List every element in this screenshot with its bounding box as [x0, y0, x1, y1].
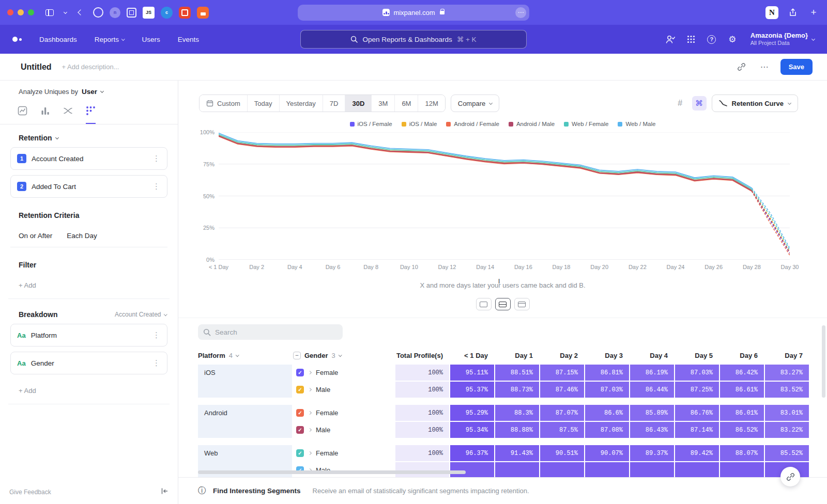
legend-item[interactable]: Web / Male	[618, 121, 655, 127]
retention-cell[interactable]: 91.43%	[495, 445, 539, 461]
table-search[interactable]	[198, 324, 343, 340]
retention-cell[interactable]: 86.42%	[720, 365, 764, 381]
gender-cell[interactable]: ✓Female	[293, 365, 394, 381]
share-icon[interactable]	[787, 6, 799, 19]
retention-cell[interactable]: 87.03%	[585, 382, 629, 398]
segment-checkbox[interactable]: ✓	[296, 369, 304, 376]
date-range-today[interactable]: Today	[248, 95, 280, 112]
retention-cell[interactable]: 86.61%	[720, 382, 764, 398]
retention-cell[interactable]: 88.73%	[495, 382, 539, 398]
retention-cell[interactable]: 88.3%	[495, 405, 539, 421]
zoom-window-button[interactable]	[28, 9, 34, 15]
retention-cell[interactable]: 83.27%	[765, 365, 809, 381]
segment-checkbox[interactable]: ✓	[296, 426, 304, 434]
breakdown-scope-dropdown[interactable]: Account Created	[115, 311, 166, 318]
column-header[interactable]: Day 7	[765, 352, 809, 359]
retention-cell[interactable]: 87.15%	[540, 365, 584, 381]
retention-cell[interactable]: 86.44%	[630, 382, 674, 398]
retention-cell[interactable]: 83.52%	[765, 382, 809, 398]
browser-sidebar-toggle[interactable]	[43, 6, 56, 19]
gender-cell[interactable]: ✓Female	[293, 445, 394, 461]
timer-icon[interactable]	[93, 7, 103, 18]
column-header[interactable]: Day 1	[495, 352, 539, 359]
retention-cell[interactable]: 87.5%	[540, 422, 584, 438]
column-header[interactable]: Day 5	[675, 352, 719, 359]
retention-cell[interactable]: 88.51%	[495, 365, 539, 381]
command-toggle[interactable]: ⌘	[692, 96, 707, 111]
retention-cell[interactable]: 88.88%	[495, 422, 539, 438]
copilot-icon[interactable]: c	[161, 7, 173, 19]
retention-cell[interactable]: 87.07%	[540, 405, 584, 421]
retention-cell[interactable]	[540, 462, 584, 477]
retention-cell[interactable]: 90.07%	[585, 445, 629, 461]
retention-cell[interactable]: 86.76%	[675, 405, 719, 421]
retention-cell[interactable]: 96.37%	[450, 445, 494, 461]
retention-cell[interactable]: 95.11%	[450, 365, 494, 381]
chevron-right-icon[interactable]	[308, 371, 312, 374]
legend-item[interactable]: iOS / Female	[350, 121, 392, 127]
compare-button[interactable]: Compare	[451, 94, 499, 112]
profile-icon[interactable]: n	[110, 7, 120, 18]
retention-cell[interactable]: 83.01%	[765, 405, 809, 421]
collapse-sidebar-icon[interactable]	[161, 487, 169, 497]
retention-section-header[interactable]: Retention	[19, 134, 167, 142]
total-profiles-cell[interactable]	[395, 462, 449, 477]
js-badge-icon[interactable]: JS	[143, 7, 155, 19]
nav-item-reports[interactable]: Reports	[95, 36, 125, 43]
column-header[interactable]: Day 6	[720, 352, 764, 359]
give-feedback-link[interactable]: Give Feedback	[9, 489, 51, 496]
share-link-fab[interactable]	[780, 467, 800, 486]
date-range-12m[interactable]: 12M	[418, 95, 445, 112]
legend-item[interactable]: Android / Female	[446, 121, 499, 127]
retention-cell[interactable]: 87.03%	[675, 365, 719, 381]
legend-item[interactable]: iOS / Male	[402, 121, 437, 127]
add-filter-button[interactable]: + Add	[19, 281, 36, 289]
chevron-right-icon[interactable]	[308, 428, 312, 432]
absolute-numbers-toggle[interactable]: #	[673, 97, 687, 110]
tab-insights[interactable]	[18, 106, 27, 124]
date-range-3m[interactable]: 3M	[372, 95, 395, 112]
retention-cell[interactable]: 85.89%	[630, 405, 674, 421]
segments-title[interactable]: Find Interesting Segments	[213, 487, 301, 495]
retention-cell[interactable]	[495, 462, 539, 477]
legend-item[interactable]: Android / Male	[509, 121, 555, 127]
nav-item-users[interactable]: Users	[142, 36, 160, 43]
criteria-occurrence-dropdown[interactable]: On or After	[19, 232, 52, 240]
gender-column-header[interactable]: − Gender 3	[293, 352, 394, 359]
column-header[interactable]: < 1 Day	[450, 352, 494, 359]
retention-cell[interactable]: 86.19%	[630, 365, 674, 381]
back-button[interactable]	[74, 6, 87, 19]
date-range-custom[interactable]: Custom	[200, 95, 248, 112]
help-icon[interactable]: ?	[706, 34, 717, 45]
date-range-6m[interactable]: 6M	[395, 95, 418, 112]
page-title[interactable]: Untitled	[21, 62, 52, 72]
total-profiles-cell[interactable]: 100%	[395, 422, 449, 438]
retention-cell[interactable]: 87.46%	[540, 382, 584, 398]
new-tab-button[interactable]: +	[807, 6, 820, 19]
chevron-right-icon[interactable]	[308, 451, 312, 455]
horizontal-scrollbar[interactable]	[198, 470, 466, 474]
nav-item-events[interactable]: Events	[178, 36, 199, 43]
red-app-icon[interactable]	[179, 7, 191, 19]
date-range-yesterday[interactable]: Yesterday	[280, 95, 323, 112]
chevron-right-icon[interactable]	[308, 411, 312, 415]
vertical-scrollbar[interactable]	[822, 325, 825, 398]
retention-cell[interactable]	[450, 462, 494, 477]
column-header[interactable]: Day 3	[585, 352, 629, 359]
retention-cell[interactable]: 89.37%	[630, 445, 674, 461]
retention-cell[interactable]: 86.6%	[585, 405, 629, 421]
add-breakdown-button[interactable]: + Add	[19, 387, 36, 395]
nav-item-dashboards[interactable]: Dashboards	[39, 36, 77, 43]
more-options-button[interactable]: ⋯	[758, 60, 771, 74]
notion-icon[interactable]: N	[765, 6, 778, 19]
gender-cell[interactable]: ✓Male	[293, 422, 394, 438]
retention-cell[interactable]: 83.22%	[765, 422, 809, 438]
chart-only-view-button[interactable]	[476, 298, 492, 310]
total-profiles-cell[interactable]: 100%	[395, 365, 449, 381]
retention-cell[interactable]: 87.25%	[675, 382, 719, 398]
global-search-button[interactable]: Open Reports & Dashboards ⌘ + K	[300, 30, 527, 49]
gender-cell[interactable]: ✓Male	[293, 462, 394, 477]
minimize-window-button[interactable]	[18, 9, 24, 15]
date-range-7d[interactable]: 7D	[323, 95, 346, 112]
tab-retention[interactable]	[86, 106, 96, 124]
